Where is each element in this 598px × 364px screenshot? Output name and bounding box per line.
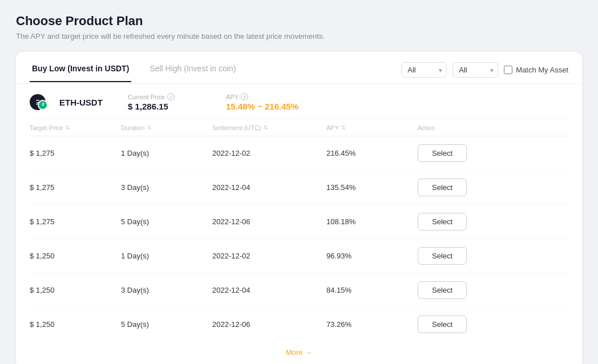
cell-apy: 73.26% [326, 320, 418, 329]
page-title: Choose Product Plan [16, 14, 582, 29]
cell-apy: 84.15% [326, 286, 418, 294]
cell-duration: 5 Day(s) [121, 217, 212, 226]
table-row: $ 1,275 3 Day(s) 2022-12-04 135.54% Sele… [30, 171, 568, 205]
select-button[interactable]: Select [418, 179, 467, 196]
cell-apy: 216.45% [326, 149, 418, 157]
current-price-label: Current Price i [128, 93, 208, 100]
cell-duration: 5 Day(s) [121, 320, 212, 329]
usdt-circle-icon: ₮ [38, 100, 48, 110]
table-row: $ 1,250 1 Day(s) 2022-12-02 96.93% Selec… [30, 239, 568, 273]
apy-label: APY i [226, 93, 317, 100]
col-apy: APY ⇅ [326, 124, 418, 131]
apy-block: APY i 15.48% ~ 216.45% [226, 93, 317, 111]
apy-info-icon: i [241, 93, 248, 100]
cell-action: Select [418, 247, 568, 265]
cell-settlement: 2022-12-06 [212, 217, 326, 226]
more-link[interactable]: More → [286, 348, 312, 357]
apy-range: 15.48% ~ 216.45% [226, 102, 317, 111]
cell-action: Select [418, 179, 568, 196]
sort-icon-target-price: ⇅ [66, 125, 70, 131]
tabs-row: Buy Low (Invest in USDT) Sell High (Inve… [16, 52, 582, 84]
cell-action: Select [418, 281, 568, 299]
cell-target-price: $ 1,275 [30, 149, 121, 157]
table-row: $ 1,275 1 Day(s) 2022-12-02 216.45% Sele… [30, 136, 568, 171]
table-row: $ 1,250 3 Day(s) 2022-12-04 84.15% Selec… [30, 273, 568, 308]
more-row: More → [30, 341, 568, 359]
table-row: $ 1,250 5 Day(s) 2022-12-06 73.26% Selec… [30, 308, 568, 341]
current-price-info-icon: i [167, 93, 175, 100]
cell-duration: 3 Day(s) [121, 183, 212, 192]
col-duration: Duration ⇅ [121, 124, 212, 131]
current-price-block: Current Price i $ 1,286.15 [128, 93, 208, 111]
sort-icon-settlement: ⇅ [264, 125, 268, 131]
table-rows-container: $ 1,275 1 Day(s) 2022-12-02 216.45% Sele… [30, 136, 568, 341]
cell-apy: 96.93% [326, 252, 418, 260]
match-my-asset-label[interactable]: Match My Asset [504, 66, 568, 74]
filter2-wrap: All [452, 62, 498, 78]
filter1-select[interactable]: All [401, 62, 447, 78]
select-button[interactable]: Select [418, 247, 467, 265]
tab-sell-high[interactable]: Sell High (Invest in coin) [147, 64, 238, 82]
filter2-select[interactable]: All [452, 62, 498, 78]
table-section: Ξ ₮ ETH-USDT Current Price i $ 1,286.15 [16, 84, 582, 364]
cell-duration: 3 Day(s) [121, 286, 212, 294]
select-button[interactable]: Select [418, 316, 467, 333]
cell-action: Select [418, 213, 568, 230]
col-settlement: Settlement (UTC) ⇅ [212, 124, 326, 131]
current-price-value: $ 1,286.15 [128, 102, 208, 111]
filter1-wrap: All [401, 62, 447, 78]
cell-apy: 135.54% [326, 183, 418, 192]
sort-icon-apy: ⇅ [341, 125, 346, 131]
page-container: Choose Product Plan The APY and target p… [0, 0, 598, 364]
cell-action: Select [418, 144, 568, 162]
tabs-left: Buy Low (Invest in USDT) Sell High (Inve… [30, 64, 254, 82]
col-action: Action [418, 124, 568, 131]
cell-target-price: $ 1,250 [30, 252, 121, 260]
page-subtitle: The APY and target price will be refresh… [16, 32, 582, 41]
select-button[interactable]: Select [418, 281, 467, 299]
cell-target-price: $ 1,275 [30, 183, 121, 192]
product-plan-card: Buy Low (Invest in USDT) Sell High (Inve… [16, 52, 582, 364]
eth-usdt-icon: Ξ ₮ [30, 94, 55, 110]
select-button[interactable]: Select [418, 144, 467, 162]
tab-buy-low[interactable]: Buy Low (Invest in USDT) [30, 64, 131, 82]
table-col-headers: Target Price ⇅ Duration ⇅ Settlement (UT… [30, 119, 568, 136]
col-target-price: Target Price ⇅ [30, 124, 121, 131]
cell-settlement: 2022-12-06 [212, 320, 326, 329]
cell-target-price: $ 1,250 [30, 320, 121, 329]
tabs-right: All All Match My Asset [401, 62, 568, 83]
cell-duration: 1 Day(s) [121, 252, 212, 260]
cell-apy: 108.18% [326, 217, 418, 226]
asset-name: Ξ ₮ ETH-USDT [30, 94, 110, 110]
asset-name-text: ETH-USDT [59, 98, 103, 107]
cell-settlement: 2022-12-02 [212, 149, 326, 157]
table-row: $ 1,275 5 Day(s) 2022-12-06 108.18% Sele… [30, 205, 568, 239]
cell-duration: 1 Day(s) [121, 149, 212, 157]
match-my-asset-checkbox[interactable] [504, 66, 512, 74]
cell-settlement: 2022-12-04 [212, 286, 326, 294]
asset-header: Ξ ₮ ETH-USDT Current Price i $ 1,286.15 [30, 84, 568, 119]
cell-settlement: 2022-12-02 [212, 252, 326, 260]
match-my-asset-text: Match My Asset [516, 66, 568, 74]
cell-target-price: $ 1,250 [30, 286, 121, 294]
cell-target-price: $ 1,275 [30, 217, 121, 226]
select-button[interactable]: Select [418, 213, 467, 230]
sort-icon-duration: ⇅ [147, 125, 152, 131]
cell-action: Select [418, 316, 568, 333]
cell-settlement: 2022-12-04 [212, 183, 326, 192]
